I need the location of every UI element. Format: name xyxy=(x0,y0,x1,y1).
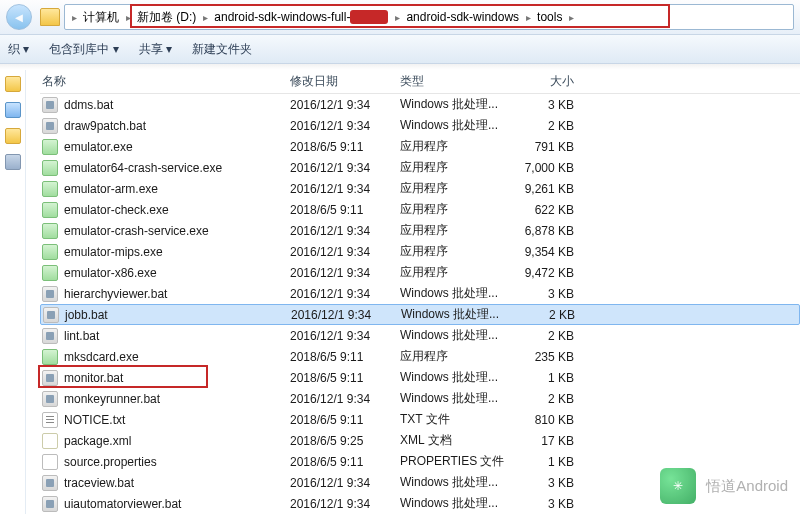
breadcrumb-item[interactable]: 计算机 xyxy=(79,9,123,26)
file-size: 3 KB xyxy=(520,476,590,490)
breadcrumb-item[interactable]: android-sdk-windows xyxy=(402,10,523,24)
file-row[interactable]: lint.bat2016/12/1 9:34Windows 批处理...2 KB xyxy=(40,325,800,346)
bat-icon xyxy=(43,307,59,323)
exe-icon xyxy=(42,349,58,365)
file-type: Windows 批处理... xyxy=(400,474,520,491)
share-button[interactable]: 共享 ▾ xyxy=(139,41,172,58)
exe-icon xyxy=(42,223,58,239)
toolbar: 织 ▾ 包含到库中 ▾ 共享 ▾ 新建文件夹 xyxy=(0,34,800,64)
breadcrumb-item[interactable]: android-sdk-windows-full- xyxy=(210,10,392,24)
sidebar-icon[interactable] xyxy=(5,154,21,170)
file-name: ddms.bat xyxy=(64,98,113,112)
file-name: emulator-check.exe xyxy=(64,203,169,217)
file-date: 2016/12/1 9:34 xyxy=(290,182,400,196)
file-name: emulator-arm.exe xyxy=(64,182,158,196)
file-size: 2 KB xyxy=(520,119,590,133)
file-type: Windows 批处理... xyxy=(400,285,520,302)
sidebar-icon[interactable] xyxy=(5,128,21,144)
file-row[interactable]: emulator-mips.exe2016/12/1 9:34应用程序9,354… xyxy=(40,241,800,262)
bc-arrow-icon[interactable]: ▸ xyxy=(69,12,79,23)
file-name: NOTICE.txt xyxy=(64,413,125,427)
file-row[interactable]: NOTICE.txt2018/6/5 9:11TXT 文件810 KB xyxy=(40,409,800,430)
file-date: 2016/12/1 9:34 xyxy=(290,287,400,301)
file-date: 2016/12/1 9:34 xyxy=(290,476,400,490)
file-row[interactable]: emulator-x86.exe2016/12/1 9:34应用程序9,472 … xyxy=(40,262,800,283)
exe-icon xyxy=(42,160,58,176)
file-date: 2016/12/1 9:34 xyxy=(290,98,400,112)
back-icon: ◄ xyxy=(13,10,26,25)
file-type: Windows 批处理... xyxy=(400,96,520,113)
file-type: Windows 批处理... xyxy=(401,306,521,323)
breadcrumb-item[interactable]: tools xyxy=(533,10,566,24)
bat-icon xyxy=(42,328,58,344)
file-row[interactable]: package.xml2018/6/5 9:25XML 文档17 KB xyxy=(40,430,800,451)
file-type: 应用程序 xyxy=(400,138,520,155)
file-date: 2016/12/1 9:34 xyxy=(290,245,400,259)
bc-arrow-icon[interactable]: ▸ xyxy=(566,12,576,23)
exe-icon xyxy=(42,181,58,197)
file-date: 2016/12/1 9:34 xyxy=(290,119,400,133)
col-date[interactable]: 修改日期 xyxy=(290,73,400,90)
file-row[interactable]: emulator64-crash-service.exe2016/12/1 9:… xyxy=(40,157,800,178)
newfolder-button[interactable]: 新建文件夹 xyxy=(192,41,252,58)
watermark: ✳ 悟道Android xyxy=(660,468,788,504)
file-type: XML 文档 xyxy=(400,432,520,449)
bc-arrow-icon[interactable]: ▸ xyxy=(392,12,402,23)
file-date: 2018/6/5 9:11 xyxy=(290,413,400,427)
bc-arrow-icon[interactable]: ▸ xyxy=(123,12,133,23)
column-headers: 名称 修改日期 类型 大小 xyxy=(40,70,800,94)
back-button[interactable]: ◄ xyxy=(6,4,32,30)
file-date: 2018/6/5 9:11 xyxy=(290,140,400,154)
sidebar-icon[interactable] xyxy=(5,76,21,92)
file-name: package.xml xyxy=(64,434,131,448)
xml-icon xyxy=(42,433,58,449)
file-size: 791 KB xyxy=(520,140,590,154)
bc-arrow-icon[interactable]: ▸ xyxy=(200,12,210,23)
file-type: TXT 文件 xyxy=(400,411,520,428)
file-size: 2 KB xyxy=(521,308,591,322)
file-row[interactable]: jobb.bat2016/12/1 9:34Windows 批处理...2 KB xyxy=(40,304,800,325)
file-date: 2018/6/5 9:11 xyxy=(290,455,400,469)
file-name: monitor.bat xyxy=(64,371,123,385)
newfolder-label: 新建文件夹 xyxy=(192,41,252,58)
col-size[interactable]: 大小 xyxy=(520,73,590,90)
organize-button[interactable]: 织 ▾ xyxy=(8,41,29,58)
file-name: draw9patch.bat xyxy=(64,119,146,133)
file-date: 2016/12/1 9:34 xyxy=(290,497,400,511)
file-date: 2016/12/1 9:34 xyxy=(290,224,400,238)
file-row[interactable]: emulator-check.exe2018/6/5 9:11应用程序622 K… xyxy=(40,199,800,220)
bc-arrow-icon[interactable]: ▸ xyxy=(523,12,533,23)
file-size: 7,000 KB xyxy=(520,161,590,175)
breadcrumb-item[interactable]: 新加卷 (D:) xyxy=(133,9,200,26)
exe-icon xyxy=(42,139,58,155)
explorer-window: ◄ ▸计算机▸新加卷 (D:)▸android-sdk-windows-full… xyxy=(0,0,800,514)
file-date: 2018/6/5 9:11 xyxy=(290,350,400,364)
file-row[interactable]: ddms.bat2016/12/1 9:34Windows 批处理...3 KB xyxy=(40,94,800,115)
breadcrumb[interactable]: ▸计算机▸新加卷 (D:)▸android-sdk-windows-full-▸… xyxy=(64,4,794,30)
file-row[interactable]: emulator.exe2018/6/5 9:11应用程序791 KB xyxy=(40,136,800,157)
file-size: 1 KB xyxy=(520,455,590,469)
file-name: emulator-mips.exe xyxy=(64,245,163,259)
col-type[interactable]: 类型 xyxy=(400,73,520,90)
include-button[interactable]: 包含到库中 ▾ xyxy=(49,41,118,58)
file-type: Windows 批处理... xyxy=(400,390,520,407)
sidebar-icon[interactable] xyxy=(5,102,21,118)
bat-icon xyxy=(42,286,58,302)
file-size: 3 KB xyxy=(520,98,590,112)
file-row[interactable]: emulator-crash-service.exe2016/12/1 9:34… xyxy=(40,220,800,241)
file-row[interactable]: mksdcard.exe2018/6/5 9:11应用程序235 KB xyxy=(40,346,800,367)
file-row[interactable]: emulator-arm.exe2016/12/1 9:34应用程序9,261 … xyxy=(40,178,800,199)
file-row[interactable]: monitor.bat2018/6/5 9:11Windows 批处理...1 … xyxy=(40,367,800,388)
col-name[interactable]: 名称 xyxy=(40,73,290,90)
file-type: Windows 批处理... xyxy=(400,369,520,386)
bat-icon xyxy=(42,118,58,134)
file-row[interactable]: draw9patch.bat2016/12/1 9:34Windows 批处理.… xyxy=(40,115,800,136)
file-row[interactable]: hierarchyviewer.bat2016/12/1 9:34Windows… xyxy=(40,283,800,304)
file-type: 应用程序 xyxy=(400,222,520,239)
file-size: 9,354 KB xyxy=(520,245,590,259)
exe-icon xyxy=(42,265,58,281)
file-row[interactable]: monkeyrunner.bat2016/12/1 9:34Windows 批处… xyxy=(40,388,800,409)
file-size: 622 KB xyxy=(520,203,590,217)
file-name: emulator.exe xyxy=(64,140,133,154)
share-label: 共享 ▾ xyxy=(139,41,172,58)
